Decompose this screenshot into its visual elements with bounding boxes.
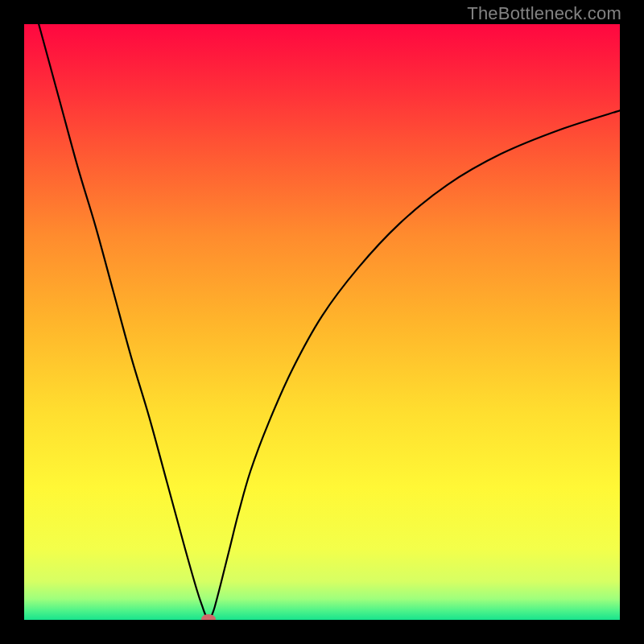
- optimal-point-marker: [201, 614, 216, 620]
- bottleneck-curve: [24, 24, 620, 620]
- plot-area: [24, 24, 620, 620]
- watermark-text: TheBottleneck.com: [467, 3, 621, 24]
- chart-frame: TheBottleneck.com: [0, 0, 644, 644]
